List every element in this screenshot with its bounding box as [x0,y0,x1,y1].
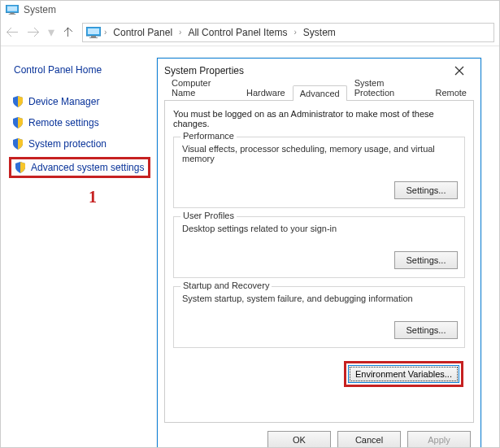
tab-strip: Computer Name Hardware Advanced System P… [164,83,474,101]
sidebar-item-system-protection[interactable]: System protection [9,136,150,152]
svg-rect-2 [10,12,14,14]
performance-group: Performance Visual effects, processor sc… [173,137,465,208]
control-panel-home-link[interactable]: Control Panel Home [14,64,150,76]
back-button[interactable]: 🡠 [6,26,19,39]
performance-settings-button[interactable]: Settings... [394,181,458,199]
performance-legend: Performance [180,131,237,141]
startup-recovery-legend: Startup and Recovery [180,281,272,290]
startup-recovery-settings-button[interactable]: Settings... [394,321,458,339]
breadcrumb-system[interactable]: System [300,25,339,40]
admin-note: You must be logged on as an Administrato… [173,109,465,128]
user-profiles-settings-button[interactable]: Settings... [394,251,458,269]
close-button[interactable] [445,61,474,80]
tab-system-protection[interactable]: System Protection [347,75,428,100]
annotation-1: 1 [89,188,97,207]
sidebar-item-device-manager[interactable]: Device Manager [9,94,150,110]
shield-icon [12,96,24,107]
breadcrumb-control-panel[interactable]: Control Panel [110,25,176,40]
chevron-right-icon[interactable]: › [104,28,107,37]
monitor-icon [86,27,101,38]
monitor-icon [6,5,19,15]
shield-icon [12,117,24,128]
system-properties-dialog: System Properties Computer Name Hardware… [157,58,481,448]
shield-icon [15,162,26,173]
tab-page-advanced: You must be logged on as an Administrato… [164,101,474,423]
window-title: System [24,4,56,15]
sidebar-item-label: Remote settings [28,117,99,128]
chevron-right-icon[interactable]: › [179,28,181,37]
svg-rect-7 [89,37,98,38]
up-button[interactable]: 🡡 [63,26,74,39]
user-profiles-legend: User Profiles [180,211,237,220]
svg-rect-3 [9,14,16,15]
window-titlebar: System [1,1,499,19]
user-profiles-desc: Desktop settings related to your sign-in [182,224,458,233]
cancel-button[interactable]: Cancel [337,431,401,448]
sidebar-item-advanced-system-settings[interactable]: Advanced system settings [9,157,150,178]
nav-toolbar: 🡠 🡢 ▾ 🡡 › Control Panel › All Control Pa… [1,19,499,46]
tab-hardware[interactable]: Hardware [239,85,293,100]
svg-rect-1 [7,7,17,11]
startup-recovery-group: Startup and Recovery System startup, sys… [173,286,465,348]
env-highlight: Environment Variables... [344,361,463,387]
forward-button[interactable]: 🡢 [27,26,40,39]
tab-advanced[interactable]: Advanced [293,85,347,101]
apply-button[interactable]: Apply [407,431,471,448]
sidebar-item-label: System protection [28,138,107,150]
sidebar-item-remote-settings[interactable]: Remote settings [9,115,150,131]
tab-computer-name[interactable]: Computer Name [164,75,239,100]
breadcrumb-all-items[interactable]: All Control Panel Items [185,25,290,40]
tab-remote[interactable]: Remote [428,85,474,100]
sidebar: Control Panel Home Device Manager Remote… [1,53,154,188]
env-button-row: Environment Variables... [173,356,465,387]
performance-desc: Visual effects, processor scheduling, me… [182,144,458,163]
dialog-footer: OK Cancel Apply [158,423,480,448]
user-profiles-group: User Profiles Desktop settings related t… [173,216,465,278]
startup-recovery-desc: System startup, system failure, and debu… [182,294,458,303]
recent-dropdown-icon[interactable]: ▾ [48,26,54,39]
sidebar-item-label: Device Manager [28,96,99,107]
close-icon [454,66,464,76]
svg-rect-5 [88,28,99,34]
chevron-right-icon[interactable]: › [293,28,296,37]
environment-variables-button[interactable]: Environment Variables... [348,365,459,383]
sidebar-item-label: Advanced system settings [31,162,144,173]
svg-rect-6 [91,36,96,37]
address-bar[interactable]: › Control Panel › All Control Panel Item… [82,23,494,42]
shield-icon [12,138,24,150]
ok-button[interactable]: OK [267,431,331,448]
